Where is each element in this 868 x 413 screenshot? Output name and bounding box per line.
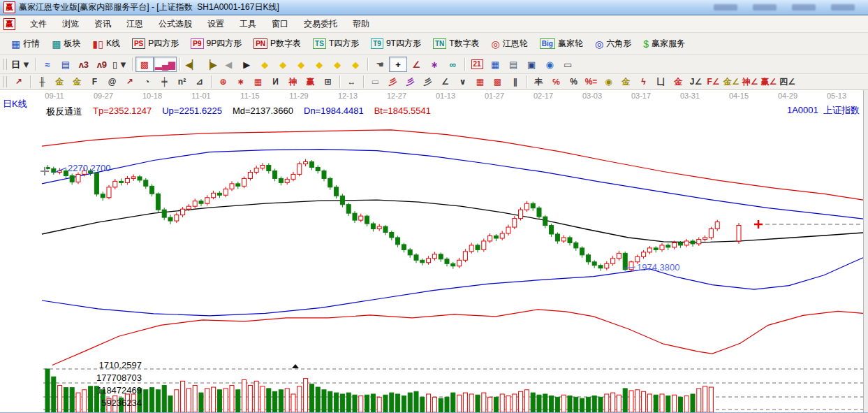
fan-box-purple[interactable]: 彡	[402, 75, 419, 89]
ying-grid-tool[interactable]: 赢	[302, 75, 319, 89]
titlebar-button[interactable]	[753, 4, 777, 10]
spiral-tool[interactable]: @	[103, 75, 121, 89]
toolbar-winner-service[interactable]: $赢家服务	[638, 35, 691, 52]
gann-diamond-star[interactable]: ◆	[328, 57, 346, 72]
percent-eq-tool[interactable]: %=	[582, 75, 600, 89]
calculator-icon[interactable]: ▦	[486, 57, 504, 72]
v-dotted-tool[interactable]: ∨	[454, 75, 471, 89]
gann-diamond-4way[interactable]: ◆	[346, 57, 365, 72]
frame-tool[interactable]: ▭	[367, 75, 384, 89]
wave-3-icon[interactable]: ʌ3	[75, 57, 93, 72]
chart-pattern-icon[interactable]: ≈	[38, 57, 57, 72]
fan-lines-red[interactable]: 彡	[384, 75, 402, 89]
gann-diamond-right[interactable]: ◆	[274, 57, 292, 72]
pen-tool[interactable]: ↗	[10, 75, 27, 89]
save-icon[interactable]: ▣	[522, 57, 540, 72]
purple-ornament-tool[interactable]: ∗	[425, 57, 443, 72]
bars-tool[interactable]: 丰	[530, 75, 547, 89]
nav-prev[interactable]: ◀	[219, 57, 237, 72]
star-grid-tool[interactable]: ∗	[232, 75, 249, 89]
ink-tool[interactable]: ϟ	[635, 75, 652, 89]
menu-窗口[interactable]: 窗口	[264, 16, 296, 32]
gann-diamond-left[interactable]: ◆	[256, 57, 274, 72]
j-angle-tool[interactable]: J∠	[687, 75, 705, 89]
clock-cycle-tool[interactable]: ◔	[138, 75, 156, 89]
titlebar-blurred-buttons[interactable]	[714, 4, 865, 10]
gold-angle-tool[interactable]: 金∠	[722, 75, 741, 89]
wave-9-icon[interactable]: ʌ9	[93, 57, 111, 72]
nav-next[interactable]: ▶	[237, 57, 256, 72]
measure-width-tool[interactable]: ↔	[343, 75, 360, 89]
angle-measure-tool[interactable]: ∠	[407, 57, 425, 72]
nav-first[interactable]: ◀▏	[183, 57, 201, 72]
menu-帮助[interactable]: 帮助	[345, 16, 377, 32]
toolbar-t-square[interactable]: TST四方形	[307, 35, 365, 52]
chart-scrollbar[interactable]	[863, 90, 868, 412]
menu-文件[interactable]: 文件	[22, 16, 54, 32]
nav-last[interactable]: ▕▶	[201, 57, 219, 72]
flag-tool[interactable]: ⊿	[191, 75, 208, 89]
menu-交易委托[interactable]: 交易委托	[296, 16, 345, 32]
gann-diamond-horizontal[interactable]: ◆	[292, 57, 310, 72]
calendar-icon[interactable]: 21	[468, 57, 486, 72]
lattice-red-2[interactable]: ▩	[489, 75, 506, 89]
red-lattice-icon[interactable]: ▩	[135, 57, 154, 72]
hand-tool[interactable]: ☚	[371, 57, 389, 72]
toolbar-9t-square[interactable]: T99T四方形	[365, 35, 427, 52]
menu-公式选股[interactable]: 公式选股	[151, 16, 200, 32]
candle-style-selector[interactable]: ▯▼	[111, 57, 129, 72]
gold-underline-tool[interactable]: 金	[670, 75, 687, 89]
menu-工具[interactable]: 工具	[232, 16, 264, 32]
shen-angle-tool[interactable]: 神∠	[741, 75, 760, 89]
gold-grid-1[interactable]: 金	[51, 75, 68, 89]
percent-line-tool[interactable]: ℅	[547, 75, 565, 89]
gann-diamond-cross[interactable]: ◆	[310, 57, 328, 72]
n-squared-tool[interactable]: n²	[173, 75, 191, 89]
notes-icon[interactable]: ▤	[504, 57, 522, 72]
i-marks-tool[interactable]: И	[267, 75, 284, 89]
angle-lines-tool[interactable]: ∠	[436, 75, 454, 89]
gold-lines-tool[interactable]: 金	[617, 75, 635, 89]
histogram-icon[interactable]: ▂▄▆	[154, 57, 177, 72]
toolbar-p-square[interactable]: PSP四方形	[126, 35, 184, 52]
f-grid-tool[interactable]: F	[86, 75, 103, 89]
lattice-red-1[interactable]: ▦	[471, 75, 489, 89]
ying-angle-tool[interactable]: 赢∠	[760, 75, 779, 89]
web-sync-icon[interactable]: ◉	[540, 57, 559, 72]
target-circle-tool[interactable]: ⊕	[214, 75, 232, 89]
titlebar-button[interactable]	[714, 4, 737, 10]
parallel-lines-tool[interactable]: ∥	[506, 75, 524, 89]
titlebar-button[interactable]	[831, 4, 855, 10]
teal-pattern-tool[interactable]: ∞	[443, 57, 462, 72]
shen-grid-tool[interactable]: 神	[284, 75, 302, 89]
computer-icon[interactable]: ▭	[559, 57, 577, 72]
fence-grid-2[interactable]: ╪	[156, 75, 173, 89]
toolbar-sectors[interactable]: ▩板块	[46, 35, 86, 52]
fence-grid-tool[interactable]: ╫	[34, 75, 51, 89]
menu-浏览[interactable]: 浏览	[54, 16, 87, 32]
info-doc-icon[interactable]: ▤	[57, 57, 75, 72]
toolbar-quotes[interactable]: ▦行情	[6, 35, 45, 52]
ruler-grid-tool[interactable]: ⊞	[319, 75, 337, 89]
f-angle-tool[interactable]: F∠	[705, 75, 722, 89]
toolbar-kline[interactable]: ▮▯K线	[87, 35, 125, 52]
toolbar-p-table[interactable]: PNP数字表	[248, 35, 307, 52]
menu-资讯[interactable]: 资讯	[87, 16, 119, 32]
brush-tool[interactable]: ↗	[121, 75, 138, 89]
titlebar-button[interactable]	[792, 4, 816, 10]
crosshair-tool[interactable]: +	[389, 57, 407, 72]
red-grid-tool[interactable]: ▦	[249, 75, 267, 89]
gold-circle-tool[interactable]: ◉	[600, 75, 617, 89]
toolbar-gann-wheel[interactable]: ◎江恩轮	[486, 35, 534, 52]
toolbar-t-table[interactable]: TNT数字表	[427, 35, 485, 52]
menu-江恩[interactable]: 江恩	[119, 16, 151, 32]
percent-tool[interactable]: %	[565, 75, 582, 89]
gold-grid-2[interactable]: 金	[68, 75, 86, 89]
fan-box-dark[interactable]: 彡	[419, 75, 436, 89]
toolbar-winner-wheel[interactable]: Big赢家轮	[534, 35, 589, 52]
toolbar-9p-square[interactable]: P99P四方形	[185, 35, 247, 52]
period-selector[interactable]: 日▼	[10, 57, 32, 72]
si-angle-tool[interactable]: 四∠	[778, 75, 797, 89]
menu-设置[interactable]: 设置	[200, 16, 232, 32]
toolbar-hexagon[interactable]: ◎六角形	[589, 35, 637, 52]
